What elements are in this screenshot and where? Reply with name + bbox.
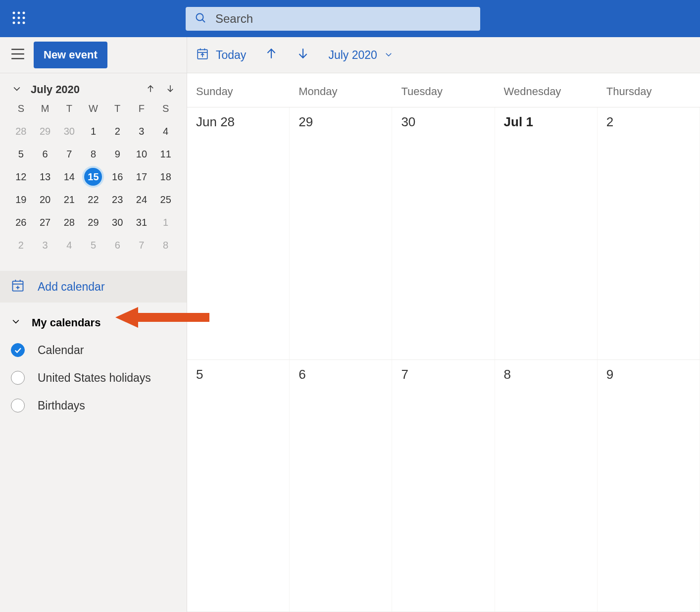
mini-calendar-day[interactable]: 24 bbox=[130, 194, 154, 205]
mini-calendar-dow: S bbox=[153, 103, 178, 114]
calendar-name: Calendar bbox=[38, 344, 84, 357]
arrow-up-icon bbox=[265, 47, 278, 63]
mini-calendar-day[interactable]: 18 bbox=[153, 171, 178, 183]
mini-calendar-day[interactable]: 29 bbox=[33, 125, 57, 137]
hamburger-icon bbox=[11, 48, 25, 62]
grid-day-cell[interactable]: 2 bbox=[598, 107, 700, 359]
grid-week-row: Jun 282930Jul 12 bbox=[187, 107, 700, 360]
svg-point-9 bbox=[197, 13, 203, 20]
mini-calendar-day[interactable]: 3 bbox=[33, 239, 57, 251]
mini-calendar-prev[interactable] bbox=[146, 84, 155, 95]
grid-day-cell[interactable]: 30 bbox=[392, 107, 495, 359]
mini-calendar-day[interactable]: 19 bbox=[9, 194, 33, 205]
mini-calendar-day[interactable]: 30 bbox=[57, 125, 81, 137]
mini-calendar-day[interactable]: 9 bbox=[105, 148, 130, 160]
mini-calendar-day[interactable]: 23 bbox=[105, 194, 130, 205]
mini-calendar-day[interactable]: 11 bbox=[153, 148, 178, 160]
mini-calendar-day[interactable]: 12 bbox=[9, 171, 33, 183]
calendar-today-icon bbox=[196, 47, 209, 63]
calendar-list-item[interactable]: Birthdays bbox=[11, 392, 176, 419]
search-input[interactable] bbox=[215, 12, 471, 26]
mini-calendar-day[interactable]: 7 bbox=[57, 148, 81, 160]
calendar-grid: Jun 282930Jul 1256789 bbox=[187, 107, 700, 612]
mini-calendar-day[interactable]: 29 bbox=[81, 216, 105, 228]
mini-calendar-day[interactable]: 27 bbox=[33, 216, 57, 228]
grid-day-cell[interactable]: 29 bbox=[290, 107, 392, 359]
mini-calendar-day[interactable]: 5 bbox=[81, 239, 105, 251]
next-period-button[interactable] bbox=[297, 47, 309, 63]
mini-calendar-title: July 2020 bbox=[31, 83, 80, 96]
mini-calendar-day[interactable]: 6 bbox=[33, 148, 57, 160]
main-area: Today July 2020 SundayMondayTuesdayWedne… bbox=[187, 37, 700, 612]
grid-header-cell: Monday bbox=[290, 73, 392, 107]
calendar-toggle[interactable] bbox=[11, 343, 25, 357]
grid-day-cell[interactable]: Jun 28 bbox=[187, 107, 290, 359]
mini-calendar-day[interactable]: 1 bbox=[153, 216, 178, 228]
mini-calendar-day[interactable]: 7 bbox=[130, 239, 154, 251]
sidebar-top-strip: New event bbox=[0, 37, 187, 73]
calendar-list-item[interactable]: United States holidays bbox=[11, 364, 176, 392]
today-label: Today bbox=[216, 49, 246, 62]
mini-calendar-day[interactable]: 4 bbox=[57, 239, 81, 251]
grid-day-cell[interactable]: 8 bbox=[495, 360, 598, 612]
new-event-button[interactable]: New event bbox=[34, 42, 107, 68]
mini-calendar-day[interactable]: 6 bbox=[105, 239, 130, 251]
mini-calendar-day[interactable]: 3 bbox=[130, 125, 154, 137]
mini-calendar-day[interactable]: 20 bbox=[33, 194, 57, 205]
mini-calendar-day[interactable]: 17 bbox=[130, 171, 154, 183]
mini-calendar-next[interactable] bbox=[166, 84, 175, 95]
mini-calendar-day[interactable]: 2 bbox=[105, 125, 130, 137]
mini-calendar-day[interactable]: 13 bbox=[33, 171, 57, 183]
mini-calendar-day[interactable]: 1 bbox=[81, 125, 105, 137]
mini-calendar-day[interactable]: 2 bbox=[9, 239, 33, 251]
month-picker[interactable]: July 2020 bbox=[328, 49, 393, 62]
grid-day-cell[interactable]: 6 bbox=[290, 360, 392, 612]
mini-calendar-day[interactable]: 15 bbox=[81, 171, 105, 183]
grid-day-cell[interactable]: Jul 1 bbox=[495, 107, 598, 359]
mini-calendar-day[interactable]: 14 bbox=[57, 171, 81, 183]
calendar-list-item[interactable]: Calendar bbox=[11, 336, 176, 364]
mini-calendar-grid: SMTWTFS282930123456789101112131415161718… bbox=[9, 103, 178, 251]
mini-calendar-dow: T bbox=[105, 103, 130, 114]
calendar-toggle[interactable] bbox=[11, 371, 25, 385]
mini-calendar-day[interactable]: 8 bbox=[153, 239, 178, 251]
calendar-name: United States holidays bbox=[38, 371, 151, 385]
calendar-add-icon bbox=[11, 278, 25, 295]
mini-calendar-day[interactable]: 4 bbox=[153, 125, 178, 137]
mini-calendar-dow: W bbox=[81, 103, 105, 114]
calendar-toggle[interactable] bbox=[11, 399, 25, 412]
svg-point-1 bbox=[17, 11, 20, 14]
mini-calendar-day[interactable]: 28 bbox=[9, 125, 33, 137]
my-calendars-toggle[interactable]: My calendars bbox=[11, 309, 176, 336]
mini-calendar-day[interactable]: 5 bbox=[9, 148, 33, 160]
mini-calendar-day[interactable]: 16 bbox=[105, 171, 130, 183]
mini-calendar-day[interactable]: 21 bbox=[57, 194, 81, 205]
my-calendars-label: My calendars bbox=[32, 316, 100, 329]
mini-calendar-collapse[interactable] bbox=[12, 84, 22, 96]
app-launcher-button[interactable] bbox=[0, 10, 37, 27]
search-box[interactable] bbox=[186, 7, 480, 31]
chevron-down-icon bbox=[11, 316, 21, 329]
mini-calendar-day[interactable]: 8 bbox=[81, 148, 105, 160]
mini-calendar-day[interactable]: 22 bbox=[81, 194, 105, 205]
mini-calendar-day[interactable]: 26 bbox=[9, 216, 33, 228]
grid-day-cell[interactable]: 7 bbox=[392, 360, 495, 612]
prev-period-button[interactable] bbox=[265, 47, 278, 63]
add-calendar-button[interactable]: Add calendar bbox=[0, 271, 187, 303]
grid-day-cell[interactable]: 5 bbox=[187, 360, 290, 612]
month-label: July 2020 bbox=[328, 49, 377, 62]
svg-point-4 bbox=[17, 16, 20, 19]
today-button[interactable]: Today bbox=[196, 47, 246, 63]
mini-calendar-day[interactable]: 28 bbox=[57, 216, 81, 228]
grid-header-cell: Tuesday bbox=[392, 73, 495, 107]
svg-point-8 bbox=[22, 21, 25, 24]
svg-point-2 bbox=[22, 11, 25, 14]
mini-calendar-day[interactable]: 25 bbox=[153, 194, 178, 205]
mini-calendar-day[interactable]: 30 bbox=[105, 216, 130, 228]
grid-day-cell[interactable]: 9 bbox=[598, 360, 700, 612]
mini-calendar-day[interactable]: 10 bbox=[130, 148, 154, 160]
hamburger-button[interactable] bbox=[11, 48, 25, 62]
mini-calendar-day[interactable]: 31 bbox=[130, 216, 154, 228]
my-calendars-section: My calendars CalendarUnited States holid… bbox=[0, 303, 187, 426]
grid-header-cell: Thursday bbox=[598, 73, 700, 107]
